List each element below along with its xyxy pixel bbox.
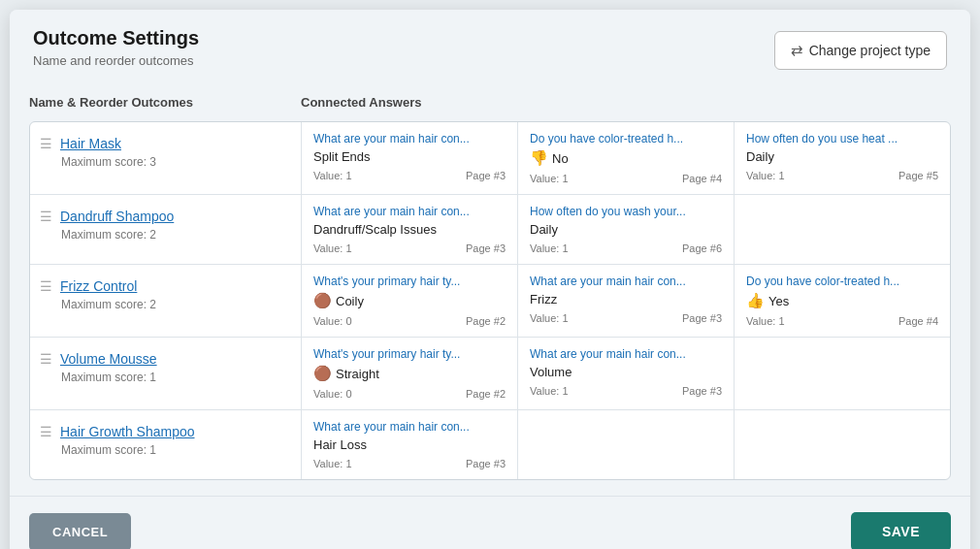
answer-emoji: 👍: [746, 292, 765, 309]
change-icon: ⇄: [791, 42, 803, 59]
change-project-label: Change project type: [809, 43, 931, 58]
answer-question[interactable]: What are your main hair con...: [313, 205, 506, 218]
answer-cell: [735, 338, 950, 409]
col-header-answers: Connected Answers: [301, 95, 951, 110]
answer-question[interactable]: What are your main hair con...: [313, 420, 506, 434]
answer-emoji: 🟤: [313, 292, 332, 309]
answer-value: Value: 1: [530, 385, 569, 397]
outcome-row: ☰Volume MousseMaximum score: 1What's you…: [30, 338, 950, 410]
answer-text: Hair Loss: [313, 437, 506, 452]
answer-meta: Value: 1Page #3: [530, 385, 722, 397]
answer-page: Page #3: [682, 385, 722, 397]
connected-answers: What are your main hair con...Dandruff/S…: [302, 195, 950, 264]
answer-value: Value: 1: [530, 173, 569, 184]
connected-answers: What's your primary hair ty...🟤CoilyValu…: [302, 265, 950, 337]
answer-text-value: Split Ends: [313, 149, 371, 164]
outcome-name[interactable]: Volume Mousse: [60, 351, 157, 367]
answer-question[interactable]: What's your primary hair ty...: [313, 274, 506, 288]
outcome-left: ☰Hair MaskMaximum score: 3: [30, 122, 302, 194]
answer-question[interactable]: What are your main hair con...: [313, 132, 506, 145]
outcome-max-score: Maximum score: 3: [61, 155, 289, 169]
answer-cell: [735, 410, 950, 479]
answer-text: 🟤Coily: [313, 292, 506, 309]
answer-value: Value: 1: [313, 242, 352, 254]
drag-handle-icon[interactable]: ☰: [40, 209, 52, 224]
outcome-left: ☰Hair Growth ShampooMaximum score: 1: [30, 410, 302, 479]
outcome-name-row: ☰Hair Growth Shampoo: [40, 424, 289, 439]
answer-question[interactable]: How often do you wash your...: [530, 205, 722, 218]
answer-text-value: Daily: [530, 222, 558, 237]
answer-text: Dandruff/Scalp Issues: [313, 222, 506, 237]
outcome-row: ☰Frizz ControlMaximum score: 2What's you…: [30, 265, 950, 338]
answer-meta: Value: 1Page #5: [746, 170, 938, 181]
answer-text: 👎No: [530, 149, 722, 167]
answer-question[interactable]: Do you have color-treated h...: [746, 274, 938, 288]
answer-question[interactable]: What's your primary hair ty...: [313, 347, 506, 361]
answer-meta: Value: 0Page #2: [313, 315, 506, 327]
col-header-outcomes: Name & Reorder Outcomes: [29, 95, 301, 110]
answer-meta: Value: 1Page #4: [530, 173, 722, 184]
answer-cell: What are your main hair con...Dandruff/S…: [302, 195, 518, 264]
change-project-button[interactable]: ⇄ Change project type: [774, 31, 947, 70]
answer-cell: What's your primary hair ty...🟤StraightV…: [302, 338, 518, 409]
connected-answers: What are your main hair con...Hair LossV…: [302, 410, 950, 479]
answer-cell: Do you have color-treated h...👎NoValue: …: [518, 122, 735, 194]
outcome-name[interactable]: Dandruff Shampoo: [60, 209, 174, 224]
answer-text: Frizz: [530, 292, 722, 307]
header-left: Outcome Settings Name and reorder outcom…: [33, 27, 199, 68]
answer-text: Daily: [746, 149, 938, 164]
page-subtitle: Name and reorder outcomes: [33, 53, 199, 68]
answer-emoji: 🟤: [313, 365, 332, 382]
answer-value: Value: 1: [313, 458, 352, 469]
answer-value: Value: 1: [313, 170, 352, 181]
answer-cell: What are your main hair con...Hair LossV…: [302, 410, 518, 479]
answer-question[interactable]: How often do you use heat ...: [746, 132, 938, 145]
content-area: Name & Reorder Outcomes Connected Answer…: [10, 80, 970, 496]
answer-text-value: Straight: [336, 367, 379, 381]
answer-text: Daily: [530, 222, 722, 237]
answer-page: Page #3: [466, 242, 506, 254]
answer-meta: Value: 1Page #6: [530, 242, 722, 254]
answer-question[interactable]: Do you have color-treated h...: [530, 132, 722, 145]
answer-cell: How often do you wash your...DailyValue:…: [518, 195, 735, 264]
answer-value: Value: 0: [313, 315, 352, 327]
answer-cell: What are your main hair con...Split Ends…: [302, 122, 518, 194]
answer-question[interactable]: What are your main hair con...: [530, 347, 722, 361]
drag-handle-icon[interactable]: ☰: [40, 278, 52, 294]
answer-text-value: Frizz: [530, 292, 557, 307]
save-button[interactable]: SAVE: [851, 512, 951, 549]
header: Outcome Settings Name and reorder outcom…: [10, 10, 970, 80]
answer-page: Page #5: [898, 170, 938, 181]
answer-page: Page #2: [466, 315, 506, 327]
answer-value: Value: 1: [746, 170, 785, 181]
answer-cell: Do you have color-treated h...👍YesValue:…: [735, 265, 950, 337]
answer-cell: [735, 195, 950, 264]
answer-value: Value: 0: [313, 388, 352, 400]
answer-page: Page #3: [466, 458, 506, 469]
answer-value: Value: 1: [746, 315, 785, 327]
outcome-name[interactable]: Frizz Control: [60, 278, 137, 294]
answer-meta: Value: 1Page #3: [313, 170, 506, 181]
outcome-max-score: Maximum score: 2: [61, 298, 289, 311]
answer-meta: Value: 1Page #3: [313, 242, 506, 254]
answer-value: Value: 1: [530, 242, 569, 254]
answer-text: 🟤Straight: [313, 365, 506, 382]
answer-text: Volume: [530, 365, 722, 379]
answer-text: 👍Yes: [746, 292, 938, 309]
outcome-name[interactable]: Hair Growth Shampoo: [60, 424, 195, 439]
answer-cell: What are your main hair con...FrizzValue…: [518, 265, 735, 337]
answer-text-value: Yes: [768, 294, 789, 308]
modal: Outcome Settings Name and reorder outcom…: [10, 10, 970, 549]
cancel-button[interactable]: CANCEL: [29, 513, 131, 550]
answer-question[interactable]: What are your main hair con...: [530, 274, 722, 288]
connected-answers: What's your primary hair ty...🟤StraightV…: [302, 338, 950, 409]
drag-handle-icon[interactable]: ☰: [40, 351, 52, 367]
answer-text-value: Hair Loss: [313, 437, 367, 452]
answer-text-value: No: [552, 151, 569, 166]
outcome-name[interactable]: Hair Mask: [60, 136, 121, 151]
answer-text-value: Volume: [530, 365, 572, 379]
outcome-row: ☰Hair Growth ShampooMaximum score: 1What…: [30, 410, 950, 479]
drag-handle-icon[interactable]: ☰: [40, 136, 52, 151]
outcome-left: ☰Volume MousseMaximum score: 1: [30, 338, 302, 409]
drag-handle-icon[interactable]: ☰: [40, 424, 52, 439]
